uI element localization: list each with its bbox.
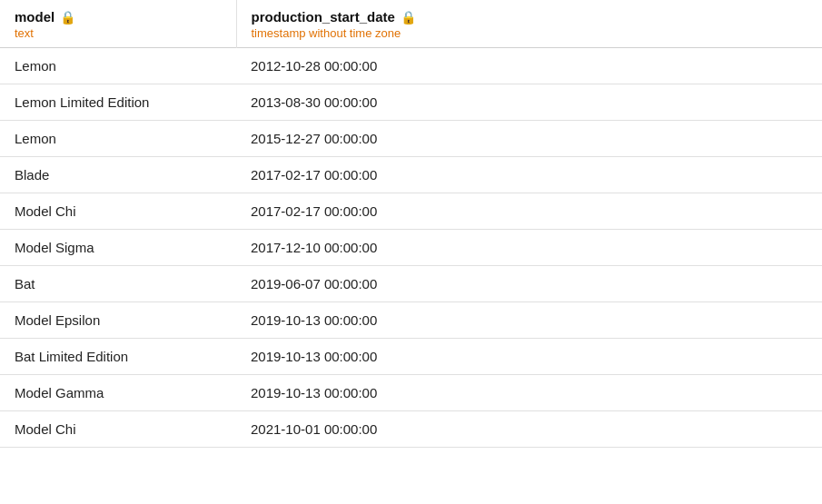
cell-production-start-date: 2021-10-01 00:00:00 <box>236 411 822 448</box>
model-column-title: model <box>15 9 54 25</box>
cell-production-start-date: 2013-08-30 00:00:00 <box>236 84 822 121</box>
cell-model: Lemon Limited Edition <box>0 84 236 121</box>
cell-model: Bat <box>0 266 236 302</box>
cell-model: Model Chi <box>0 193 236 230</box>
cell-model: Lemon <box>0 121 236 157</box>
date-column-type: timestamp without time zone <box>252 26 808 40</box>
table-row: Model Gamma2019-10-13 00:00:00 <box>0 375 822 411</box>
table-row: Lemon2015-12-27 00:00:00 <box>0 121 822 157</box>
table-row: Model Epsilon2019-10-13 00:00:00 <box>0 302 822 339</box>
cell-production-start-date: 2019-10-13 00:00:00 <box>236 302 822 339</box>
cell-production-start-date: 2017-02-17 00:00:00 <box>236 193 822 230</box>
cell-model: Blade <box>0 157 236 193</box>
date-lock-icon: 🔒 <box>401 10 416 25</box>
cell-model: Bat Limited Edition <box>0 339 236 375</box>
cell-model: Lemon <box>0 48 236 84</box>
table-row: Model Chi2017-02-17 00:00:00 <box>0 193 822 230</box>
model-lock-icon: 🔒 <box>60 10 75 25</box>
cell-production-start-date: 2012-10-28 00:00:00 <box>236 48 822 84</box>
table-row: Bat2019-06-07 00:00:00 <box>0 266 822 302</box>
cell-production-start-date: 2015-12-27 00:00:00 <box>236 121 822 157</box>
table-row: Bat Limited Edition2019-10-13 00:00:00 <box>0 339 822 375</box>
table-header-row: model 🔒 text production_start_date 🔒 tim… <box>0 0 822 48</box>
model-column-type: text <box>15 26 222 40</box>
cell-production-start-date: 2019-06-07 00:00:00 <box>236 266 822 302</box>
table-row: Lemon Limited Edition2013-08-30 00:00:00 <box>0 84 822 121</box>
cell-production-start-date: 2019-10-13 00:00:00 <box>236 375 822 411</box>
cell-production-start-date: 2017-02-17 00:00:00 <box>236 157 822 193</box>
cell-model: Model Epsilon <box>0 302 236 339</box>
table-row: Model Sigma2017-12-10 00:00:00 <box>0 230 822 266</box>
table-row: Blade2017-02-17 00:00:00 <box>0 157 822 193</box>
date-column-title: production_start_date <box>252 9 395 25</box>
cell-model: Model Chi <box>0 411 236 448</box>
cell-production-start-date: 2019-10-13 00:00:00 <box>236 339 822 375</box>
cell-model: Model Sigma <box>0 230 236 266</box>
table-row: Model Chi2021-10-01 00:00:00 <box>0 411 822 448</box>
cell-production-start-date: 2017-12-10 00:00:00 <box>236 230 822 266</box>
column-header-model[interactable]: model 🔒 text <box>0 0 236 48</box>
cell-model: Model Gamma <box>0 375 236 411</box>
data-table: model 🔒 text production_start_date 🔒 tim… <box>0 0 822 448</box>
column-header-production-start-date[interactable]: production_start_date 🔒 timestamp withou… <box>236 0 822 48</box>
table-row: Lemon2012-10-28 00:00:00 <box>0 48 822 84</box>
